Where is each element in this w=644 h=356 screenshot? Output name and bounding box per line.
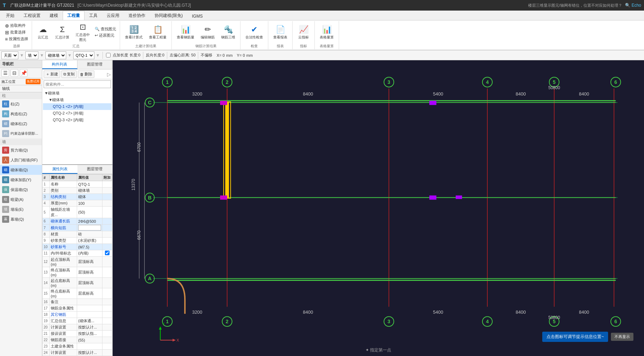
rebar-3d-btn[interactable]: 🔩 钢筋三维: [218, 22, 238, 43]
search-icon[interactable]: 🔍: [625, 3, 630, 8]
new-comp-btn[interactable]: ＋ 新建: [44, 70, 60, 78]
attr-icon: ≡: [5, 36, 8, 42]
nav-icon-2[interactable]: ⊟: [11, 69, 18, 77]
nav-item-civil-defense-wall[interactable]: 人 人防门框墙(RF): [0, 155, 42, 165]
nav-item-insulation-wall[interactable]: 保 保温墙(Q): [0, 185, 42, 195]
comp-tab-layer[interactable]: 图层管理: [77, 60, 113, 69]
svg-text:5400: 5400: [433, 91, 443, 97]
batch-select-btn[interactable]: ⊞批量选择: [4, 29, 30, 36]
nav-icon-3[interactable]: 📌: [20, 69, 27, 77]
sep3: [167, 52, 167, 59]
no-show-button[interactable]: 不再显示: [611, 333, 633, 341]
pick-icon: ⊕: [5, 23, 9, 29]
pick-element-btn[interactable]: ⊕拾取构件: [4, 23, 30, 29]
sep1: [102, 52, 103, 59]
restore-elem-btn[interactable]: ↩还原图元: [93, 32, 118, 38]
props-tab-layer[interactable]: 图层管理: [77, 165, 113, 174]
copy-comp-btn[interactable]: ⧉ 复制: [61, 70, 77, 78]
canvas-area[interactable]: 1 2 3 4 5 6 1 2 3 4 5: [113, 60, 644, 356]
delete-comp-btn[interactable]: 🗑 删除: [78, 70, 94, 78]
echo-button[interactable]: Echo: [632, 3, 641, 8]
svg-text:3200: 3200: [192, 309, 202, 315]
column-icon: 柱: [2, 100, 9, 108]
prop-value-input-7[interactable]: [78, 225, 101, 231]
tab-quantity[interactable]: 工程量: [63, 11, 85, 20]
tab-pricing[interactable]: 造价协作: [124, 11, 150, 20]
svg-rect-21: [456, 196, 462, 199]
calc-summary-btn[interactable]: Σ 汇总计算: [52, 22, 72, 43]
nav-item-masonry-column[interactable]: 砌 砌体柱(Z): [0, 119, 42, 129]
wall-subtype-select[interactable]: 砌体墙: [45, 51, 66, 59]
tab-project-settings[interactable]: 工程设置: [19, 11, 45, 20]
cloud-index-btn[interactable]: 📈 云指标: [295, 22, 312, 43]
check-icon: ✔: [251, 25, 257, 34]
view-quantity-btn[interactable]: 📋 查看工程量: [146, 22, 169, 43]
view-rebar-btn[interactable]: 📊 查看钢筋量: [174, 22, 197, 43]
view-report-btn[interactable]: 📄 查看报表: [270, 22, 290, 43]
point-length-checkbox[interactable]: [106, 53, 111, 57]
prop-row-22: 22钢筋搭接(55): [43, 337, 112, 343]
nav-item-curtain-wall[interactable]: 幕 幕墙(Q): [0, 214, 42, 224]
nav-item-hidden-beam[interactable]: 暗 暗梁(A): [0, 195, 42, 204]
nav-item-shear-wall[interactable]: 剪 剪力墙(Q): [0, 145, 42, 155]
nav-item-wall-pillar[interactable]: 墙 墙垛(E): [0, 204, 42, 214]
comp-select[interactable]: QTQ-1: [73, 51, 94, 59]
nav-item-masonry-rebar[interactable]: 砌 砌体加筋(Y): [0, 175, 42, 185]
select-summary-btn[interactable]: ⊡ 汇总选中图元: [73, 22, 93, 43]
tab-tools[interactable]: 工具: [85, 11, 102, 20]
expand-icon: ▼: [44, 91, 48, 95]
attr-select-btn[interactable]: ≡按属性选择: [4, 36, 30, 42]
tab-igms[interactable]: IGMS: [187, 12, 207, 20]
nav-item-constraint-shadow[interactable]: 约 约束边缘非阴影...: [0, 129, 42, 139]
prop-row-9: 9砂浆类型(水泥砂浆): [43, 238, 112, 244]
svg-text:8400: 8400: [579, 91, 589, 97]
comp-list-panel: 构件列表 图层管理 ＋ 新建 ⧉ 复制 🗑 删除 ▷ ▼砌体墙: [42, 60, 113, 356]
svg-text:X: X: [176, 338, 179, 342]
svg-rect-15: [225, 102, 229, 198]
svg-text:5400: 5400: [433, 309, 443, 315]
prop-check-11[interactable]: [105, 251, 110, 255]
comp-tab-list[interactable]: 构件列表: [42, 60, 77, 69]
cloud-summary-label: 云汇总: [38, 35, 48, 40]
element-type-select[interactable]: 墙: [25, 51, 38, 59]
svg-text:Y: Y: [162, 322, 165, 326]
comp-search-input[interactable]: [44, 80, 111, 88]
view-rebar-label: 查看钢筋量: [177, 35, 194, 40]
civil-items: 🔢 查看计算式 📋 查看工程量: [122, 22, 169, 43]
nav-item-construct-column[interactable]: 构 构造柱(Z): [0, 109, 42, 119]
nav-item-column[interactable]: 柱 柱(Z): [0, 99, 42, 109]
legal-check-btn[interactable]: ✔ 合法性检查: [243, 22, 266, 43]
group-index: 📈 云指标 指标: [293, 21, 315, 49]
tab-cloud-app[interactable]: 云应用: [102, 11, 124, 20]
prop-row-2: 2类别砌体墙: [43, 188, 112, 194]
prop-row-10: 10砂浆标号(M7.5): [43, 244, 112, 250]
tab-start[interactable]: 开始: [1, 11, 19, 20]
floor-select[interactable]: 天面: [1, 51, 18, 59]
table-calc-icon: 📊: [322, 25, 332, 34]
tree-node-qtq3[interactable]: QTQ-3 <2> [内墙]: [43, 117, 112, 123]
tree-node-masonry-wall-sub[interactable]: ▼砌体墙: [43, 97, 112, 103]
wall-pillar-label: 墙垛(E): [11, 207, 24, 212]
props-tab-list[interactable]: 属性列表: [42, 165, 77, 174]
table-calc-items: 📊 表格量算: [317, 22, 337, 43]
cloud-summary-btn[interactable]: ☁ 云汇总: [34, 22, 52, 43]
comp-tree: ▼砌体墙 ▼砌体墙 QTQ-1 <2> [内墙] QTQ-2 <7> [外墙] …: [42, 89, 112, 164]
table-calc-btn[interactable]: 📊 表格量算: [317, 22, 337, 43]
nav-icon-1[interactable]: ☰: [1, 69, 9, 77]
tree-node-qtq2[interactable]: QTQ-2 <7> [外墙]: [43, 110, 112, 117]
tree-node-qtq1[interactable]: QTQ-1 <2> [内墙]: [43, 103, 112, 110]
prop-row-13: 13终点顶标高(m)层顶标高: [43, 267, 112, 278]
tree-node-masonry-wall-root[interactable]: ▼砌体墙: [43, 90, 112, 97]
edit-rebar-btn[interactable]: ✏ 编辑钢筋: [198, 22, 218, 43]
view-calc-btn[interactable]: 🔢 查看计算式: [122, 22, 145, 43]
prop-row-16: 16备注: [43, 299, 112, 305]
svg-text:50800: 50800: [548, 85, 560, 90]
expand-panel-btn[interactable]: ▷: [107, 72, 111, 77]
nav-item-masonry-wall[interactable]: 砌 砌体墙(Q): [0, 165, 42, 175]
tab-modeling[interactable]: 建模: [45, 11, 63, 20]
tab-collab[interactable]: 协同建模(限免): [150, 11, 187, 20]
new-label: 新建: [50, 72, 58, 77]
group-rebar: 📊 查看钢筋量 ✏ 编辑钢筋 🔩 钢筋三维 钢筋计算结果: [172, 21, 240, 49]
ribbon-tabs: 开始 工程设置 建模 工程量 工具 云应用 造价协作 协同建模(限免) IGMS: [0, 11, 644, 20]
find-elem-btn[interactable]: 🔍查找图元: [93, 26, 118, 32]
